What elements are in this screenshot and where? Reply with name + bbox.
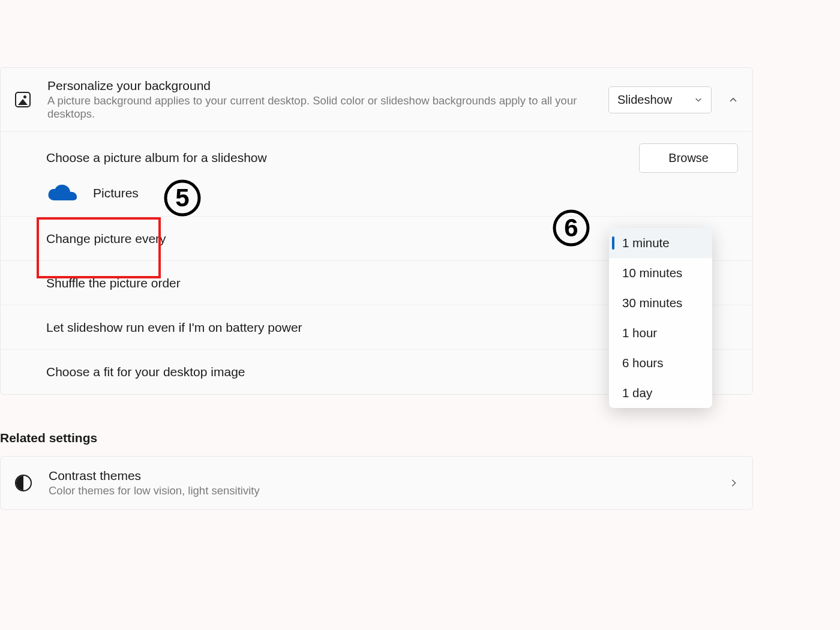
contrast-title: Contrast themes	[49, 469, 730, 483]
fit-label: Choose a fit for your desktop image	[46, 365, 245, 379]
dropdown-option-1-day[interactable]: 1 day	[609, 378, 712, 408]
chevron-down-icon	[694, 95, 703, 104]
choose-album-label: Choose a picture album for a slideshow	[46, 151, 267, 165]
album-container: Pictures	[1, 176, 752, 217]
dropdown-value: Slideshow	[617, 93, 672, 107]
section-subtitle: A picture background applies to your cur…	[47, 94, 608, 121]
contrast-icon	[15, 475, 32, 491]
browse-button[interactable]: Browse	[639, 143, 738, 173]
dropdown-option-30-minutes[interactable]: 30 minutes	[609, 288, 712, 318]
battery-label: Let slideshow run even if I'm on battery…	[46, 320, 302, 335]
onedrive-icon	[46, 182, 80, 204]
dropdown-option-1-hour[interactable]: 1 hour	[609, 318, 712, 348]
contrast-themes-row[interactable]: Contrast themes Color themes for low vis…	[0, 456, 753, 510]
dropdown-option-1-minute[interactable]: 1 minute	[609, 228, 712, 258]
interval-dropdown-menu: 1 minute 10 minutes 30 minutes 1 hour 6 …	[609, 228, 712, 408]
section-title: Personalize your background	[47, 79, 608, 93]
album-item-pictures[interactable]: Pictures	[46, 182, 707, 204]
contrast-sub: Color themes for low vision, light sensi…	[49, 484, 730, 497]
dropdown-option-10-minutes[interactable]: 10 minutes	[609, 258, 712, 288]
contrast-texts: Contrast themes Color themes for low vis…	[49, 469, 730, 497]
album-name: Pictures	[93, 186, 139, 200]
shuffle-label: Shuffle the picture order	[46, 276, 181, 290]
choose-album-row: Choose a picture album for a slideshow B…	[1, 132, 752, 176]
related-settings-heading: Related settings	[0, 431, 840, 445]
change-picture-every-label: Change picture every	[46, 232, 166, 246]
collapse-chevron-up-icon[interactable]	[728, 95, 738, 104]
background-type-dropdown[interactable]: Slideshow	[608, 86, 712, 113]
personalize-header-row[interactable]: Personalize your background A picture ba…	[1, 68, 752, 132]
header-texts: Personalize your background A picture ba…	[47, 79, 608, 121]
dropdown-option-6-hours[interactable]: 6 hours	[609, 348, 712, 378]
chevron-right-icon	[730, 479, 738, 487]
picture-icon	[15, 92, 31, 107]
